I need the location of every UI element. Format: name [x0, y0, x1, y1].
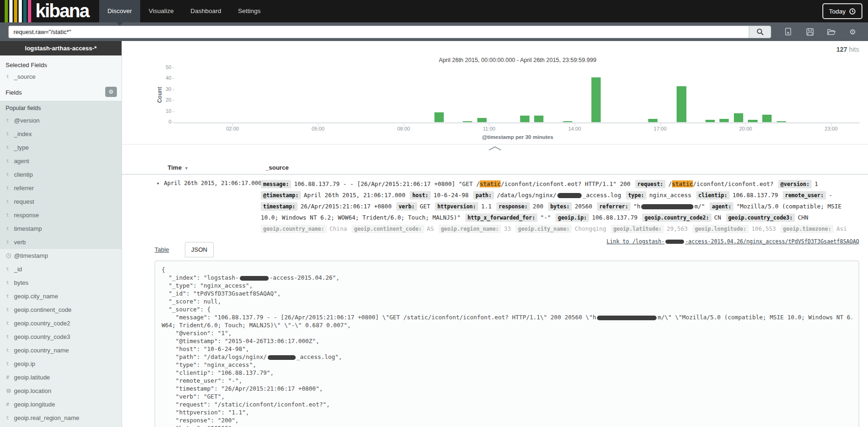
text-span: "_source": {: [162, 306, 210, 313]
field-name: referrer: [14, 185, 34, 192]
clock-icon: [6, 253, 14, 258]
json-line: "message": "106.88.137.79 - - [26/Apr/20…: [162, 313, 852, 321]
y-tick-mark: [172, 68, 175, 68]
histogram-bar[interactable]: [563, 121, 572, 122]
field-name: _source: [14, 73, 35, 80]
histogram-bar[interactable]: [591, 77, 601, 122]
string-field-icon: t: [6, 320, 14, 326]
histogram-bar[interactable]: [734, 113, 743, 122]
string-field-icon: t: [6, 347, 14, 353]
doc-detail-line: @timestamp:April 26th 2015, 21:06:17.000…: [261, 190, 868, 201]
field-item-referrer[interactable]: treferrer: [0, 181, 122, 195]
field-item-bytes[interactable]: tbytes: [0, 276, 122, 289]
settings-button[interactable]: ⚙: [842, 22, 863, 41]
field-item-geoip.country_name[interactable]: tgeoip.country_name: [0, 344, 122, 357]
field-item-geoip.latitude[interactable]: #geoip.latitude: [0, 371, 122, 384]
time-picker-button[interactable]: Today: [822, 3, 862, 19]
doc-row-source: message:106.88.137.79 - - [26/Apr/2015:2…: [261, 179, 868, 234]
string-field-icon: t: [6, 199, 14, 205]
field-item-response[interactable]: tresponse: [0, 208, 122, 222]
field-item-agent[interactable]: tagent: [0, 154, 122, 168]
string-field-icon: t: [6, 415, 14, 421]
search-input[interactable]: [8, 26, 749, 38]
discover-main: 127 hits April 26th 2015, 00:00:00.000 -…: [122, 41, 868, 427]
field-name: clientip: [14, 171, 33, 178]
hits-count: 127: [836, 46, 847, 53]
nav-tab-visualize[interactable]: Visualize: [140, 0, 182, 22]
link-text-before: Link to /logstash-: [607, 238, 665, 245]
collapse-chart-button[interactable]: [122, 145, 868, 152]
histogram-bar[interactable]: [777, 121, 786, 122]
source-column-header: _source: [265, 164, 289, 171]
histogram-bar[interactable]: [477, 118, 487, 122]
histogram-bar[interactable]: [748, 120, 757, 122]
doc-table-row: ▾ April 26th 2015, 21:06:17.000 message:…: [122, 175, 868, 234]
field-settings-button[interactable]: ⚙: [105, 87, 117, 97]
string-field-icon: t: [6, 185, 14, 191]
open-search-button[interactable]: [821, 22, 842, 41]
string-field-icon: t: [6, 239, 14, 245]
popular-fields-list: t@versiont_indext_typetagenttclientiptre…: [0, 114, 122, 249]
histogram-bar[interactable]: [705, 120, 715, 122]
time-column-header[interactable]: Time ▾: [168, 164, 265, 171]
field-item-geoip.location[interactable]: geoip.location: [0, 384, 122, 398]
field-item-geoip.ip[interactable]: tgeoip.ip: [0, 357, 122, 371]
histogram-bar[interactable]: [463, 121, 472, 122]
field-item-_index[interactable]: t_index: [0, 127, 122, 141]
field-item-geoip.longitude[interactable]: #geoip.longitude: [0, 398, 122, 411]
field-item-geoip.real_region_name[interactable]: tgeoip.real_region_name: [0, 411, 122, 425]
tab-table[interactable]: Table: [155, 242, 175, 257]
histogram-bar[interactable]: [762, 115, 772, 122]
field-item-@timestamp[interactable]: @timestamp: [0, 249, 122, 262]
field-label: remote_user:: [783, 191, 826, 200]
field-item-geoip.country_code2[interactable]: tgeoip.country_code2: [0, 317, 122, 330]
index-pattern-header[interactable]: logstash-arthas-access-*: [0, 41, 122, 55]
field-item-request[interactable]: trequest: [0, 195, 122, 208]
field-item-clientip[interactable]: tclientip: [0, 168, 122, 181]
field-item-timestamp[interactable]: ttimestamp: [0, 222, 122, 235]
text-span: "Mozilla/5.0 (compatible; MSIE: [736, 203, 841, 210]
histogram-bar[interactable]: [648, 119, 658, 122]
x-tick-mark: [746, 124, 746, 126]
search-button[interactable]: [749, 26, 771, 38]
save-search-button[interactable]: [799, 22, 821, 41]
field-item-@version[interactable]: t@version: [0, 114, 122, 127]
x-tick-label: 08:00: [390, 126, 418, 131]
chevron-up-icon: [487, 145, 503, 151]
field-item-geoip.city_name[interactable]: tgeoip.city_name: [0, 289, 122, 303]
histogram-bar[interactable]: [534, 116, 543, 122]
logo-stripe: [14, 0, 17, 22]
field-item-geoip.continent_code[interactable]: tgeoip.continent_code: [0, 303, 122, 317]
nav-tab-dashboard[interactable]: Dashboard: [182, 0, 230, 22]
field-item-_id[interactable]: t_id: [0, 262, 122, 276]
field-item-verb[interactable]: tverb: [0, 235, 122, 249]
new-search-button[interactable]: [778, 22, 799, 41]
nav-tab-settings[interactable]: Settings: [230, 0, 269, 22]
json-line: "path": "/data/logs/nginx/_access.log",: [162, 353, 852, 361]
nav-tab-discover[interactable]: Discover: [99, 0, 141, 22]
text-span: April 26th 2015, 21:06:17.000: [304, 192, 405, 199]
string-field-icon: t: [6, 334, 14, 340]
histogram-bar[interactable]: [677, 86, 686, 122]
text-span: 1: [814, 180, 818, 187]
field-label: httpversion:: [435, 202, 478, 211]
expand-caret-icon[interactable]: ▾: [156, 179, 164, 234]
chart-title: April 26th 2015, 00:00:00.000 - April 26…: [176, 57, 860, 63]
text-span: Asi: [836, 225, 847, 232]
text-span: "response": "200",: [162, 417, 239, 424]
text-span: -access-2015.04.26",: [270, 274, 340, 281]
field-name: _id: [14, 266, 22, 273]
y-tick-label: 10: [150, 108, 171, 114]
histogram-bar[interactable]: [434, 112, 444, 122]
popular-fields-block: Popular fields t@versiont_indext_typetag…: [0, 101, 122, 249]
field-item-_source[interactable]: t_source: [0, 70, 122, 83]
brand-text: kibana: [35, 0, 89, 22]
histogram-bar[interactable]: [719, 119, 729, 122]
histogram-bar[interactable]: [520, 116, 529, 122]
field-item-geoip.country_code3[interactable]: tgeoip.country_code3: [0, 330, 122, 344]
json-line: "_index": "logstash--access-2015.04.26",: [162, 274, 852, 282]
field-label: geoip.country_name:: [261, 225, 327, 233]
tab-json[interactable]: JSON: [185, 242, 214, 257]
document-link[interactable]: Link to /logstash--access-2015.04.26/ngi…: [607, 238, 860, 245]
field-item-_type[interactable]: t_type: [0, 141, 122, 154]
